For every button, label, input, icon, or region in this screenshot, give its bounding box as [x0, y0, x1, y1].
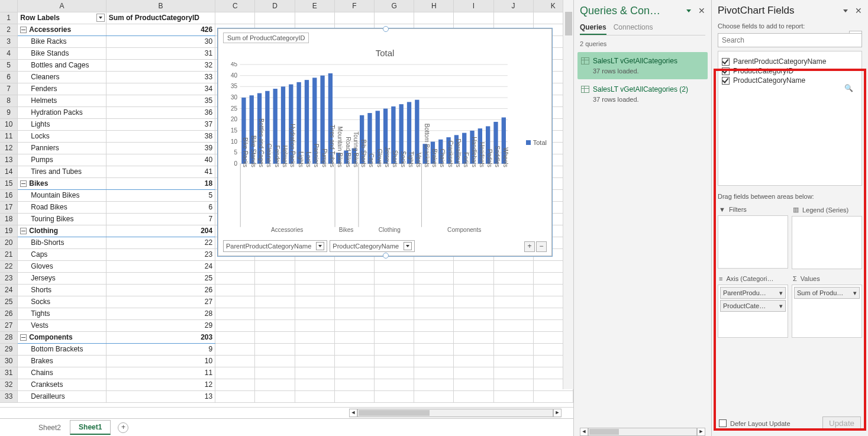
row-header[interactable]: 13: [0, 154, 18, 166]
field-checkbox-row[interactable]: ProductCategoryName: [722, 76, 858, 85]
pivot-item-row[interactable]: Caps: [18, 248, 106, 260]
cell[interactable]: [334, 296, 374, 308]
cell[interactable]: [255, 367, 295, 379]
row-header[interactable]: 1: [0, 12, 18, 24]
column-header-B[interactable]: B: [106, 0, 215, 12]
cell[interactable]: [255, 355, 295, 367]
cell[interactable]: [493, 296, 533, 308]
filter-dropdown-icon[interactable]: [96, 14, 105, 22]
row-header[interactable]: 11: [0, 130, 18, 142]
cell[interactable]: [255, 308, 295, 319]
cell[interactable]: [414, 319, 454, 331]
horizontal-scrollbar[interactable]: ◄►: [349, 408, 562, 418]
cell[interactable]: [374, 272, 414, 284]
values-field-pill[interactable]: Sum of Produ…▾: [794, 287, 860, 299]
chevron-down-icon[interactable]: [843, 9, 848, 12]
column-header-F[interactable]: F: [334, 0, 374, 12]
chart-value-field-button[interactable]: Sum of ProductCategoryID: [223, 33, 309, 43]
pivot-item-row[interactable]: Bib-Shorts: [18, 237, 106, 248]
add-sheet-button[interactable]: +: [118, 422, 128, 433]
row-header[interactable]: 8: [0, 95, 18, 106]
row-header[interactable]: 29: [0, 343, 18, 355]
cell[interactable]: [374, 343, 414, 355]
cell[interactable]: [414, 355, 454, 367]
cell[interactable]: [414, 367, 454, 379]
cell[interactable]: [255, 296, 295, 308]
chevron-down-icon[interactable]: [686, 9, 691, 12]
pivot-item-row[interactable]: Bottom Brackets: [18, 343, 106, 355]
pivot-item-row[interactable]: Bike Stands: [18, 47, 106, 59]
row-header[interactable]: 24: [0, 284, 18, 296]
cell[interactable]: [414, 260, 454, 272]
row-header[interactable]: 15: [0, 177, 18, 189]
cell[interactable]: [255, 331, 295, 343]
cell[interactable]: [295, 296, 334, 308]
pivot-item-row[interactable]: Shorts: [18, 284, 106, 296]
cell[interactable]: [454, 343, 493, 355]
cell[interactable]: [295, 331, 334, 343]
column-header-E[interactable]: E: [295, 0, 334, 12]
pivot-item-row[interactable]: Hydration Packs: [18, 106, 106, 118]
cell[interactable]: [334, 12, 374, 24]
cell[interactable]: [454, 272, 493, 284]
cell[interactable]: [215, 367, 255, 379]
query-item[interactable]: SalesLT vGetAllCategories37 rows loaded.: [577, 52, 708, 79]
cell[interactable]: [533, 390, 573, 402]
row-header[interactable]: 17: [0, 201, 18, 213]
queries-scrollbar[interactable]: ◄►: [580, 428, 705, 436]
row-header[interactable]: 22: [0, 260, 18, 272]
fields-search-input[interactable]: [718, 33, 862, 47]
row-header[interactable]: 6: [0, 71, 18, 83]
area-values-dropzone[interactable]: Sum of Produ…▾: [792, 285, 862, 338]
row-header[interactable]: 27: [0, 319, 18, 331]
collapse-icon[interactable]: [20, 180, 27, 187]
pivot-item-row[interactable]: Mountain Bikes: [18, 189, 106, 201]
cell[interactable]: [454, 319, 493, 331]
cell[interactable]: [295, 308, 334, 319]
update-button[interactable]: Update: [822, 416, 861, 430]
row-header[interactable]: 16: [0, 189, 18, 201]
pivot-category-row[interactable]: Clothing: [18, 225, 106, 237]
area-axis-dropzone[interactable]: ParentProdu…▾ProductCate…▾: [718, 285, 788, 338]
checkbox-icon[interactable]: [722, 67, 730, 75]
query-item[interactable]: SalesLT vGetAllCategories (2)37 rows loa…: [577, 80, 708, 108]
vertical-scrollbar[interactable]: [563, 0, 573, 389]
cell[interactable]: [414, 390, 454, 402]
cell[interactable]: [215, 343, 255, 355]
axis-field-pill[interactable]: ProductCate…▾: [720, 300, 786, 312]
collapse-icon[interactable]: [20, 27, 27, 33]
column-header-J[interactable]: J: [493, 0, 533, 12]
row-header[interactable]: 19: [0, 225, 18, 237]
cell[interactable]: [493, 343, 533, 355]
row-header[interactable]: 32: [0, 379, 18, 390]
cell[interactable]: [374, 319, 414, 331]
cell[interactable]: [414, 379, 454, 390]
cell[interactable]: [374, 260, 414, 272]
cell[interactable]: [374, 367, 414, 379]
cell[interactable]: [295, 272, 334, 284]
column-header-D[interactable]: D: [255, 0, 295, 12]
cell[interactable]: [255, 343, 295, 355]
cell[interactable]: [295, 379, 334, 390]
column-header-I[interactable]: I: [454, 0, 493, 12]
sheet-tab-sheet1[interactable]: Sheet1: [70, 420, 111, 435]
collapse-icon[interactable]: [20, 228, 27, 234]
cell[interactable]: [255, 379, 295, 390]
pivot-category-row[interactable]: Bikes: [18, 177, 106, 189]
pivot-item-row[interactable]: Touring Bikes: [18, 213, 106, 225]
column-header-A[interactable]: A: [18, 0, 106, 12]
pivot-item-row[interactable]: Cleaners: [18, 71, 106, 83]
cell[interactable]: [295, 390, 334, 402]
cell[interactable]: [493, 12, 533, 24]
row-header[interactable]: 14: [0, 166, 18, 177]
row-header[interactable]: 5: [0, 59, 18, 71]
pivot-item-row[interactable]: Bike Racks: [18, 35, 106, 47]
chart-filter-category[interactable]: ProductCategoryName: [330, 240, 415, 252]
cell[interactable]: [454, 379, 493, 390]
cell[interactable]: [215, 331, 255, 343]
cell[interactable]: [454, 284, 493, 296]
cell[interactable]: [334, 379, 374, 390]
row-header[interactable]: 25: [0, 296, 18, 308]
cell[interactable]: [414, 12, 454, 24]
cell[interactable]: [454, 390, 493, 402]
